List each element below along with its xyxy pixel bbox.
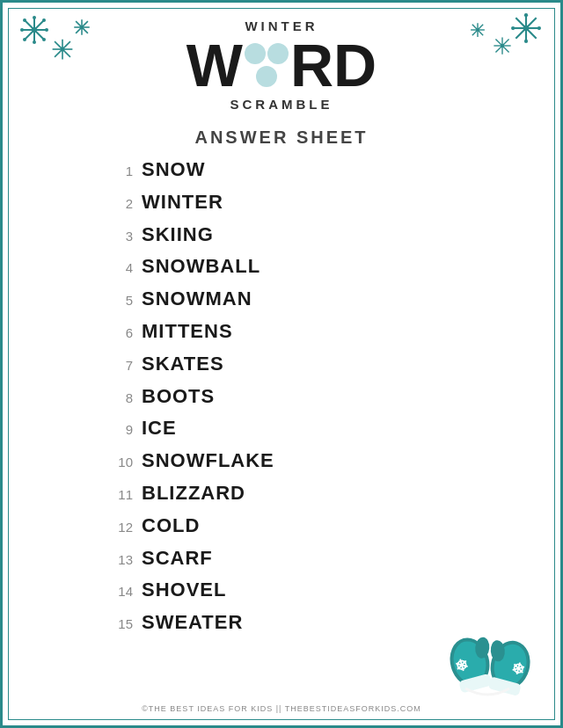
word-number: 5 [108, 291, 133, 309]
bubble [245, 43, 266, 64]
title-word-row: W R D [3, 35, 560, 95]
letter-w: W [186, 35, 243, 95]
word-text: SNOWBALL [142, 253, 260, 280]
word-number: 11 [108, 485, 133, 504]
word-text: SCARF [142, 545, 213, 572]
word-item: 12COLD [108, 513, 560, 540]
mittens-illustration: ❄ ❄ [437, 602, 534, 699]
word-item: 9ICE [108, 415, 560, 442]
word-text: SKIING [142, 222, 214, 249]
word-number: 14 [108, 582, 133, 601]
word-item: 4SNOWBALL [108, 253, 560, 280]
word-text: SNOWFLAKE [142, 448, 274, 475]
word-text: BLIZZARD [142, 480, 245, 507]
word-item: 6MITTENS [108, 318, 560, 346]
word-number: 8 [108, 389, 133, 407]
word-text: SNOWMAN [142, 286, 252, 313]
word-text: SWEATER [142, 609, 243, 637]
word-item: 3SKIING [108, 222, 560, 249]
word-number: 9 [108, 420, 133, 439]
title-scramble: SCRAMBLE [3, 97, 560, 112]
word-item: 5SNOWMAN [108, 286, 560, 313]
word-item: 2WINTER [108, 189, 560, 216]
word-number: 1 [108, 162, 133, 180]
word-number: 7 [108, 356, 133, 375]
word-item: 14SHOVEL [108, 577, 560, 604]
word-item: 13SCARF [108, 545, 560, 572]
word-number: 3 [108, 227, 133, 245]
word-item: 1SNOW [108, 157, 560, 184]
page: WINTER W R D SCRAMBLE ANSWER SHEET 1SNOW… [0, 0, 563, 728]
word-list: 1SNOW2WINTER3SKIING4SNOWBALL5SNOWMAN6MIT… [3, 157, 560, 637]
word-text: WINTER [142, 189, 223, 216]
word-number: 15 [108, 615, 133, 633]
word-text: ICE [142, 415, 177, 442]
word-text: SNOW [142, 157, 205, 184]
letter-o-bubbles [245, 43, 289, 87]
word-number: 10 [108, 453, 133, 471]
word-item: 11BLIZZARD [108, 480, 560, 507]
word-item: 10SNOWFLAKE [108, 448, 560, 475]
word-item: 7SKATES [108, 351, 560, 378]
word-text: SKATES [142, 351, 224, 378]
letter-d: D [333, 35, 377, 95]
word-number: 4 [108, 258, 133, 277]
word-item: 8BOOTS [108, 383, 560, 411]
word-number: 13 [108, 550, 133, 569]
word-number: 2 [108, 194, 133, 213]
bubble [267, 43, 289, 64]
bubble [256, 66, 277, 87]
header: WINTER W R D SCRAMBLE [3, 3, 560, 112]
word-number: 6 [108, 324, 133, 342]
answer-sheet-title: ANSWER SHEET [3, 127, 560, 148]
letter-r: R [290, 35, 333, 95]
title-winter: WINTER [3, 18, 560, 33]
word-number: 12 [108, 518, 133, 536]
word-text: SHOVEL [142, 577, 226, 604]
word-text: COLD [142, 513, 200, 540]
word-text: BOOTS [142, 383, 215, 411]
word-text: MITTENS [142, 318, 233, 346]
footer: ©THE BEST IDEAS FOR KIDS || THEBESTIDEAS… [3, 704, 560, 713]
